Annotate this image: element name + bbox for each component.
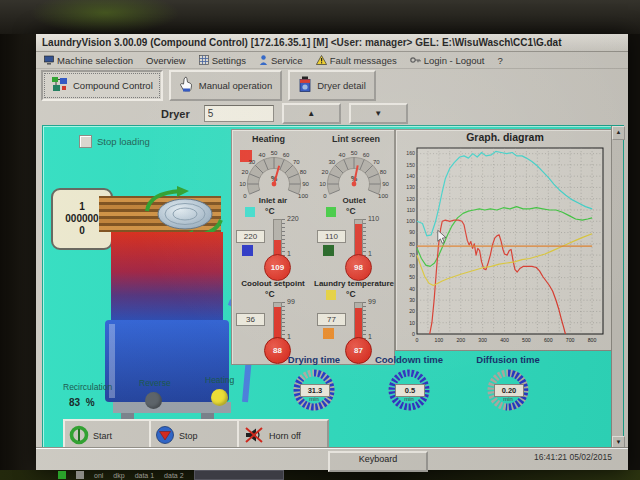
svg-text:90: 90 [409, 229, 415, 235]
setpoint-field[interactable]: 77 [317, 313, 346, 326]
thermometer-unit: °C [265, 289, 275, 299]
scale-max-label: 220 [287, 215, 299, 222]
svg-text:50: 50 [409, 274, 415, 280]
menu-item-settings[interactable]: Settings [199, 55, 246, 66]
svg-text:70: 70 [293, 159, 300, 165]
legend-color-swatch [326, 207, 336, 217]
scroll-up-button[interactable]: ▲ [612, 126, 625, 140]
heating-label: Heating [205, 375, 234, 385]
machine-icon [44, 55, 54, 65]
cooldown-time-timer: Cooldown time0.5min [361, 354, 457, 413]
compound-control-button[interactable]: Compound Control [41, 70, 163, 101]
timer-unit: min [494, 396, 522, 402]
dryer-detail-button[interactable]: Dryer detail [288, 70, 376, 101]
menu-item-label: Fault messages [330, 55, 397, 66]
svg-text:120: 120 [406, 196, 415, 202]
menu-item-login-logout[interactable]: Login - Logout [410, 55, 485, 66]
setpoint-field[interactable]: 36 [236, 313, 265, 326]
fan-icon [158, 199, 212, 229]
stop-loading-row: Stop loading [79, 135, 150, 148]
svg-text:600: 600 [544, 337, 553, 343]
settings-grid-icon [199, 55, 209, 65]
dryer-up-button[interactable]: ▲ [282, 103, 341, 124]
graph-title: Graph. diagram [396, 130, 614, 145]
taskbar-item-data-1[interactable]: data 1 [135, 472, 154, 479]
svg-text:100: 100 [406, 218, 415, 224]
svg-text:0: 0 [412, 331, 415, 337]
taskbar-item-dkp[interactable]: dkp [113, 472, 124, 479]
compound-control-icon [51, 76, 68, 95]
svg-text:60: 60 [363, 152, 370, 158]
recirculation-value: 83 % [69, 397, 95, 408]
svg-text:90: 90 [302, 181, 309, 187]
svg-text:90: 90 [382, 181, 389, 187]
svg-text:60: 60 [409, 263, 415, 269]
stop-loading-checkbox[interactable] [79, 135, 92, 148]
svg-text:50: 50 [351, 150, 358, 156]
dryer-number-input[interactable] [204, 105, 274, 122]
scale-min-label: 1 [368, 250, 372, 257]
thermometer-unit: °C [346, 206, 356, 216]
svg-text:80: 80 [409, 241, 415, 247]
svg-text:100: 100 [435, 337, 444, 343]
timer-ring: 31.3min [291, 367, 337, 413]
timer-unit: min [395, 396, 423, 402]
taskbar-item-onl[interactable]: onl [94, 472, 103, 479]
svg-text:30: 30 [248, 159, 255, 165]
setpoint-color-swatch [323, 245, 334, 256]
taskbar-gray-indicator [76, 471, 84, 479]
setpoint-field[interactable]: 110 [317, 230, 346, 243]
menu-item-label: Machine selection [57, 55, 133, 66]
legend-color-swatch [326, 290, 336, 300]
lint-screen-gauge: 0102030405060708090100% [316, 144, 392, 198]
diffusion-time-timer: Diffusion time0.20min [460, 354, 556, 413]
taskbar-active-item[interactable] [194, 470, 284, 480]
timer-label: Drying time [266, 354, 362, 365]
menu-item-label: Service [271, 55, 303, 66]
menu-item-service[interactable]: Service [259, 55, 303, 66]
manual-operation-button[interactable]: Manual operation [169, 70, 282, 101]
menu-item-overview[interactable]: Overview [146, 55, 186, 66]
service-person-icon [259, 55, 268, 65]
application-window: LaundryVision 3.00.09 (Compound Control)… [36, 34, 628, 470]
dryer-detail-panel: Stop loading 1 000000 0 Recirculation 83… [42, 125, 624, 451]
svg-text:10: 10 [409, 320, 415, 326]
keyboard-button[interactable]: Keyboard [328, 451, 428, 472]
recirculation-label: Recirculation [63, 382, 112, 392]
instrument-panel: Heating0102030405060708090100%Lint scree… [231, 129, 395, 365]
vertical-scrollbar[interactable]: ▲ ▼ [611, 126, 623, 450]
menu-item-machine-selection[interactable]: Machine selection [44, 55, 133, 66]
taskbar-item-data-2[interactable]: data 2 [164, 472, 183, 479]
thermometer-ticks [363, 219, 366, 259]
thermometer-ticks [282, 219, 285, 259]
setpoint-field[interactable]: 220 [236, 230, 265, 243]
thermometer-ticks [363, 302, 366, 342]
svg-text:20: 20 [409, 308, 415, 314]
reverse-label: Reverse [139, 378, 171, 388]
lint-screen-gauge-label: Lint screen [332, 134, 380, 144]
graph-panel: Graph. diagram 0102030405060708090100110… [395, 129, 615, 351]
svg-text:700: 700 [566, 337, 575, 343]
taskbar-green-indicator [58, 471, 66, 479]
svg-text:80: 80 [300, 169, 307, 175]
login-key-icon [410, 55, 421, 65]
svg-text:80: 80 [380, 169, 387, 175]
timer-unit: min [300, 396, 328, 402]
svg-text:70: 70 [409, 252, 415, 258]
start-icon [69, 425, 89, 447]
dryer-down-button[interactable]: ▼ [349, 103, 408, 124]
hand-icon [179, 76, 194, 94]
svg-text:150: 150 [406, 162, 415, 168]
svg-text:110: 110 [407, 207, 415, 213]
inlet-air-thermometer: Inlet air°C2201220109 [233, 196, 313, 280]
drying-time-timer: Drying time31.3min [266, 354, 362, 413]
window-title: LaundryVision 3.00.09 (Compound Control)… [36, 34, 628, 52]
reverse-indicator [145, 392, 162, 409]
svg-text:800: 800 [588, 337, 597, 343]
thermometer-unit: °C [265, 206, 275, 216]
svg-text:500: 500 [522, 337, 531, 343]
down-arrow-icon: ▼ [374, 109, 382, 118]
menu-item-fault-messages[interactable]: Fault messages [316, 55, 397, 66]
scale-min-label: 1 [287, 333, 291, 340]
menu-item-[interactable]: ? [497, 55, 502, 66]
